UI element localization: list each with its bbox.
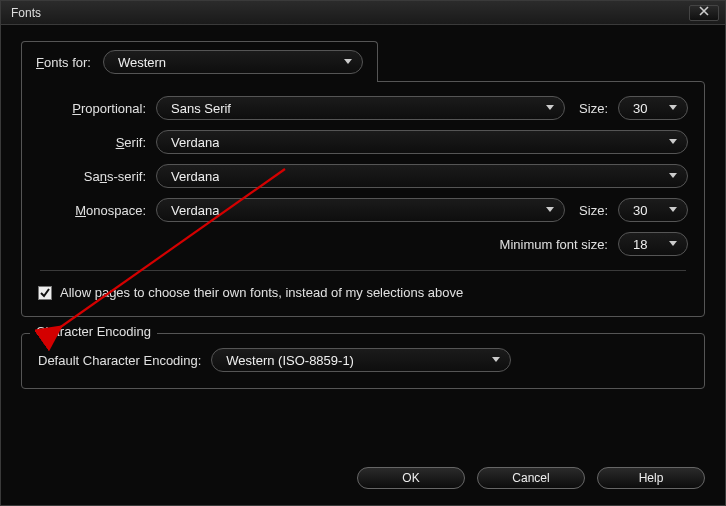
- chevron-down-icon: [669, 173, 677, 179]
- window-title: Fonts: [11, 6, 41, 20]
- default-encoding-label: Default Character Encoding:: [38, 353, 201, 368]
- serif-select[interactable]: Verdana: [156, 130, 688, 154]
- help-button[interactable]: Help: [597, 467, 705, 489]
- button-row: OK Cancel Help: [21, 455, 705, 489]
- encoding-legend: Character Encoding: [30, 324, 157, 339]
- proportional-size-label: Size:: [579, 101, 608, 116]
- allow-pages-checkbox[interactable]: [38, 286, 52, 300]
- proportional-select[interactable]: Sans Serif: [156, 96, 565, 120]
- close-button[interactable]: [689, 5, 719, 21]
- fonts-for-select[interactable]: Western: [103, 50, 363, 74]
- chevron-down-icon: [546, 105, 554, 111]
- fonts-group: Proportional: Sans Serif Size: 30 Serif:…: [21, 81, 705, 317]
- monospace-size-select[interactable]: 30: [618, 198, 688, 222]
- fonts-for-label: Fonts for:: [36, 55, 91, 70]
- close-icon: [698, 5, 710, 20]
- titlebar: Fonts: [1, 1, 725, 25]
- min-font-size-label: Minimum font size:: [500, 237, 608, 252]
- monospace-size-label: Size:: [579, 203, 608, 218]
- fonts-for-group-header: Fonts for: Western: [21, 41, 378, 82]
- chevron-down-icon: [546, 207, 554, 213]
- chevron-down-icon: [492, 357, 500, 363]
- chevron-down-icon: [669, 207, 677, 213]
- chevron-down-icon: [669, 105, 677, 111]
- fonts-dialog: Fonts Fonts for: Western Proportional: S…: [0, 0, 726, 506]
- separator: [40, 270, 686, 271]
- sans-serif-label: Sans-serif:: [38, 169, 146, 184]
- default-encoding-select[interactable]: Western (ISO-8859-1): [211, 348, 511, 372]
- serif-label: Serif:: [38, 135, 146, 150]
- proportional-label: Proportional:: [38, 101, 146, 116]
- chevron-down-icon: [669, 241, 677, 247]
- dialog-body: Fonts for: Western Proportional: Sans Se…: [1, 25, 725, 505]
- monospace-label: Monospace:: [38, 203, 146, 218]
- ok-button[interactable]: OK: [357, 467, 465, 489]
- min-font-size-select[interactable]: 18: [618, 232, 688, 256]
- chevron-down-icon: [344, 59, 352, 65]
- chevron-down-icon: [669, 139, 677, 145]
- monospace-select[interactable]: Verdana: [156, 198, 565, 222]
- sans-serif-select[interactable]: Verdana: [156, 164, 688, 188]
- allow-pages-label: Allow pages to choose their own fonts, i…: [60, 285, 463, 300]
- proportional-size-select[interactable]: 30: [618, 96, 688, 120]
- cancel-button[interactable]: Cancel: [477, 467, 585, 489]
- encoding-group: Character Encoding Default Character Enc…: [21, 333, 705, 389]
